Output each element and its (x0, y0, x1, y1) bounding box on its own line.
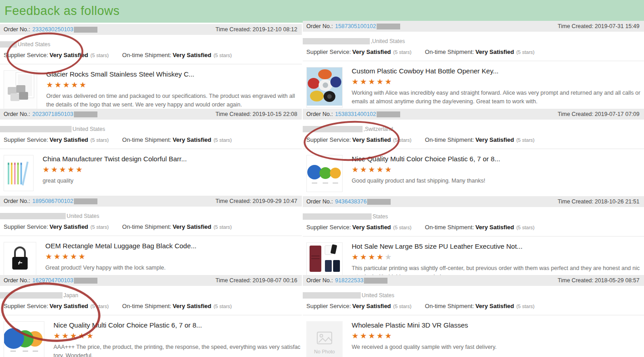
product-image-padlock[interactable] (4, 242, 36, 275)
order-bar: Order No.: 9436438376 Time Created:2018-… (303, 196, 644, 207)
redacted-buyer-name (303, 126, 363, 132)
product-review: Custom Plastic Cowboy Hat Bottle Opener … (306, 67, 644, 108)
product-rating-stars: ★★★★★ (46, 81, 296, 89)
redacted-buyer-name (0, 292, 63, 299)
redacted-buyer-name (303, 292, 361, 299)
order-bar: Order No.: 918222533 Time Created:2018-0… (303, 275, 644, 286)
buyer-country: United States (18, 41, 50, 48)
shipment-value: Very Satisfied (173, 136, 211, 143)
page-banner: Feedback as follows (0, 0, 644, 23)
supplier-service-value: Very Satisfied (352, 224, 391, 231)
order-no-link[interactable]: 1629704700103 (32, 277, 73, 284)
product-title[interactable]: Glacier Rocks Small Stainless Steel Whis… (46, 70, 296, 78)
product-review: Nice Quality Multi Color Choice Plastic … (4, 321, 302, 357)
review-text: Working with Alice was incredibly easy a… (352, 89, 642, 106)
supplier-service-stars-note: (5 stars) (393, 49, 412, 55)
product-image-color-badges[interactable] (4, 321, 44, 357)
product-title[interactable]: China Manufacturer Twist design Colorful… (43, 155, 187, 163)
shipment-label: On-time Shipment: (122, 223, 171, 230)
supplier-service-label: Supplier Service: (4, 136, 48, 143)
product-title[interactable]: OEM Rectangle Metal Luggage Bag Black Co… (45, 242, 197, 250)
buyer-country: United States (73, 126, 105, 132)
product-image-badge-row[interactable] (306, 155, 343, 192)
divider (303, 236, 644, 236)
supplier-service-label: Supplier Service: (306, 48, 351, 55)
time-created: Time Created:2018-05-29 08:57 (557, 277, 639, 284)
supplier-service-label: Supplier Service: (306, 224, 351, 231)
buyer-country: Japan (63, 292, 78, 299)
order-bar: Order No.: 1629704700103 Time Created:20… (0, 275, 302, 286)
review-text: Good quality product and fast shipping. … (352, 177, 500, 185)
product-image-hat-openers[interactable] (306, 67, 343, 108)
shipment-label: On-time Shipment: (425, 303, 474, 309)
redacted-order-digits (74, 198, 97, 204)
shipment-stars-note: (5 stars) (516, 49, 534, 55)
buyer-line: United States (303, 292, 644, 299)
product-title[interactable]: Nice Quality Multi Color Choice Plastic … (53, 321, 302, 329)
order-no-label: Order No.: (4, 198, 30, 204)
order-bar: Order No.: 1538331400102 Time Created:20… (303, 109, 644, 120)
shipment-label: On-time Shipment: (122, 303, 171, 309)
product-image-whiskey-stones[interactable] (4, 70, 37, 111)
order-no-link[interactable]: 1538331400102 (335, 111, 376, 117)
review-text: Great product! Very happy with the lock … (45, 264, 197, 272)
product-title[interactable]: Custom Plastic Cowboy Hat Bottle Opener … (352, 67, 642, 75)
shipment-stars-note: (5 stars) (516, 304, 534, 309)
supplier-service-value: Very Satisfied (352, 303, 391, 309)
product-image-colorful-pens[interactable] (4, 155, 34, 191)
product-rating-stars: ★★★★★ (352, 78, 642, 86)
time-created: Time Created:2018-10-26 21:51 (557, 198, 639, 205)
buyer-line: Japan (0, 292, 302, 299)
divider (303, 61, 644, 61)
page-title: Feedback as follows (0, 0, 644, 18)
product-image-no-photo[interactable]: No Photo (306, 321, 343, 357)
product-review: No Photo Wholesale Plastic Mini 3D VR Gl… (306, 321, 644, 357)
shipment-label: On-time Shipment: (425, 136, 474, 143)
order-no-label: Order No.: (306, 23, 333, 29)
supplier-service-label: Supplier Service: (4, 223, 48, 230)
shipment-label: On-time Shipment: (425, 224, 474, 231)
order-no-link[interactable]: 1895086700102 (32, 198, 73, 204)
service-ratings: Supplier Service:Very Satisfied(5 stars)… (306, 136, 644, 143)
shipment-label: On-time Shipment: (122, 136, 171, 143)
buyer-country: United States (362, 292, 394, 299)
feedback-item: Order No.: 1587305100102 Time Created:20… (303, 21, 644, 109)
review-text: great quality (43, 177, 187, 185)
redacted-buyer-name (0, 213, 66, 219)
shipment-stars-note: (5 stars) (213, 304, 232, 309)
redacted-buyer-name (0, 126, 72, 132)
buyer-country: ,United States (371, 38, 405, 44)
order-no-label: Order No.: (306, 111, 333, 117)
product-title[interactable]: Hot Sale New Large B5 size PU Leather Ex… (352, 242, 642, 250)
order-no-link[interactable]: 2023071850103 (32, 111, 73, 117)
order-no-link[interactable]: 1587305100102 (335, 23, 376, 29)
order-no-link[interactable]: 9436438376 (335, 198, 367, 205)
order-no-label: Order No.: (306, 277, 333, 284)
order-bar: Order No.: 2332630250103 Time Created:20… (0, 24, 302, 35)
time-created: Time Created:2019-10-15 22:08 (214, 111, 297, 117)
product-review: China Manufacturer Twist design Colorful… (4, 155, 302, 191)
time-created: Time Created:2019-07-17 07:09 (557, 111, 639, 117)
product-title[interactable]: Wholesale Plastic Mini 3D VR Glasses (352, 321, 497, 329)
redacted-order-digits (74, 27, 97, 33)
buyer-line: United States (0, 41, 302, 48)
redacted-order-digits (74, 278, 97, 284)
product-title[interactable]: Nice Quality Multi Color Choice Plastic … (352, 155, 500, 163)
supplier-service-value: Very Satisfied (49, 136, 88, 143)
order-no-link[interactable]: 2332630250103 (32, 26, 73, 33)
shipment-label: On-time Shipment: (122, 52, 171, 58)
feedback-column-right: Order No.: 1587305100102 Time Created:20… (303, 21, 644, 357)
shipment-stars-note: (5 stars) (516, 137, 534, 143)
divider (0, 64, 302, 64)
review-text: We received a good quality sample with v… (352, 343, 497, 352)
shipment-value: Very Satisfied (173, 303, 211, 309)
redacted-order-digits (377, 24, 400, 29)
supplier-service-label: Supplier Service: (4, 52, 48, 58)
order-no-link[interactable]: 918222533 (335, 277, 363, 284)
buyer-country: United States (67, 213, 99, 219)
redacted-order-digits (367, 199, 391, 205)
order-no-label: Order No.: (4, 277, 30, 284)
supplier-service-stars-note: (5 stars) (91, 53, 109, 58)
redacted-buyer-name (0, 41, 17, 48)
redacted-buyer-name (303, 213, 372, 220)
